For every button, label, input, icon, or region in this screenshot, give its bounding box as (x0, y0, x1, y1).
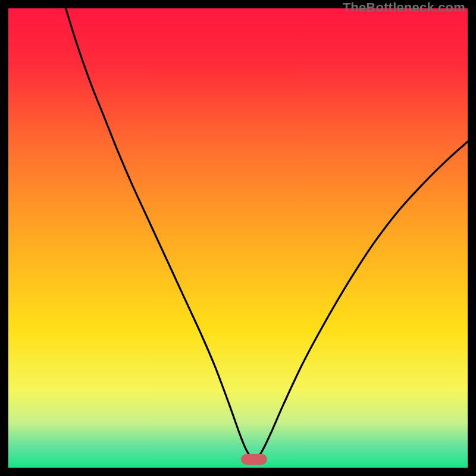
bottleneck-plot (8, 8, 468, 468)
gradient-background (8, 8, 468, 468)
chart-area (8, 8, 468, 468)
watermark-text: TheBottleneck.com (343, 0, 465, 15)
optimum-marker (241, 454, 267, 465)
